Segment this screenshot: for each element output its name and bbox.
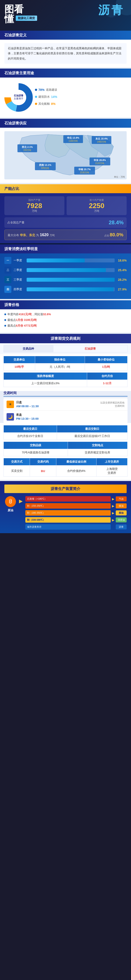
day-session-row: ☀ 日盘 AM 09:00－11:30 以及交易所规定的其他交易时间 <box>3 398 128 411</box>
price-item-2: 最低点1月份 3195元/吨 <box>5 318 127 322</box>
step-4-arrow: ▶ <box>112 518 114 522</box>
domestic-production-card: 国内产产量 7928 万吨 <box>5 196 65 215</box>
top10-label: 前十代产能量 <box>69 199 123 202</box>
night-session-row: 🌙 夜盘 PM 13:30－15:00 <box>3 411 128 423</box>
season-q2: 二 二季度 25.4% <box>5 267 127 274</box>
td-spot-val: 交易所规定交割仓库 <box>68 449 127 456</box>
th-code: 交易代码 <box>30 458 56 466</box>
top10-card: 前十代产能量 2250 万吨 <box>66 196 127 215</box>
usage-pie-chart: 石油沥青 主要用于 <box>5 83 33 112</box>
price-text-3: 最高点6月份 4772元/吨 <box>8 324 37 328</box>
legend-waterproof: 建筑防水 14% <box>35 95 127 99</box>
sun-icon: ☀ <box>6 401 14 408</box>
th-method: 交易方式 <box>4 458 30 466</box>
step-4-box: 割（330-580℃） <box>25 517 111 523</box>
svg-text:西北 2.1%: 西北 2.1% <box>22 146 33 148</box>
header-title-part1: 图看 <box>5 5 24 14</box>
road-label: 道路建设 <box>46 88 57 92</box>
product-type-label: 交易品种 <box>4 345 53 352</box>
region-info: 最大分布 华东、东北 为 1620 万吨 <box>8 232 55 237</box>
domestic-value: 7928 <box>8 202 62 209</box>
step-3-output: 柴油 <box>116 511 127 515</box>
step-1-box: 石蒸馏（>180℃） <box>25 496 111 502</box>
header-subtitle: 能源化工期货 <box>16 16 37 21</box>
td-grade-val: 70号A级道路石油沥青 <box>4 449 68 456</box>
svg-text:2120万吨: 2120万吨 <box>95 162 104 164</box>
th-grade: 交割品级 <box>4 442 68 449</box>
definition-title: 石油沥青定义 <box>0 31 131 40</box>
moon-icon: 🌙 <box>6 413 14 420</box>
price-text-1: 年度均价4161元/吨，同比涨32.6% <box>8 312 51 316</box>
grade-spot-section: 交割品级 交割地点 70号A级道路石油沥青 交易所规定交割仓库 <box>0 442 131 458</box>
production-flow: 🛢 原油 ▶ 石蒸馏（>180℃） ▶ 汽油 割（150-250℃） ▶ 煤油 … <box>5 496 127 530</box>
th-limit: 涨跌停板幅度 <box>4 372 87 380</box>
trading-table1: 交易单位 报价单位 最小变动价位 10吨/手 元（人民币）/吨 1元/吨 <box>0 356 131 372</box>
td-method-val: 买卖交割 <box>4 466 30 477</box>
capacity-content: 国内产产量 7928 万吨 前十代产能量 2250 万吨 占全国总产量 28.4… <box>0 193 131 243</box>
header-title-part2: 懂 <box>5 14 14 24</box>
step-1-arrow: ▶ <box>112 497 114 501</box>
china-map: 东北 18.4% 1460万吨 华北 13.9% 1160万吨 华东 28.8%… <box>5 131 127 180</box>
season-q3: 三 三季度 28.2% <box>5 276 127 283</box>
night-session-info: 夜盘 PM 13:30－15:00 <box>16 413 125 421</box>
th-exchange: 上市交易所 <box>96 458 128 466</box>
season-q1-label: 一季度 <box>14 258 24 262</box>
svg-text:主要用于: 主要用于 <box>14 97 24 100</box>
td-contract-month-val: 1-12月 <box>87 380 128 387</box>
step-4-output: 润滑油 <box>116 517 127 522</box>
season-q4-icon: 四 <box>5 286 11 293</box>
seasonal-title: 沥青消费淡旺季明显 <box>0 245 131 253</box>
th-spot: 交割地点 <box>68 442 127 449</box>
region-share-value: 占比 80.0% <box>104 232 123 238</box>
capacity-title: 产能占比 <box>0 184 131 193</box>
supply-title: 石油沥青供应 <box>0 119 131 128</box>
raw-material-col: 🛢 原油 <box>5 496 16 512</box>
th-margin: 最低保证金比例 <box>56 458 96 466</box>
seasonal-content: 一 一季度 18.6% 二 二季度 25.4% 三 三季度 28.2% <box>0 253 131 299</box>
svg-text:华北 13.9%: 华北 13.9% <box>67 137 79 139</box>
price-section: 年度均价4161元/吨，同比涨32.6% 最低点1月份 3195元/吨 最高点6… <box>0 309 131 332</box>
season-q1-icon: 一 <box>5 257 11 264</box>
production-title: 沥青生产装置简介 <box>5 485 127 493</box>
step-5: 城市沥青库存 ▶ 沥青 <box>25 524 127 530</box>
season-q2-bar <box>27 268 115 272</box>
step-3-box: 割（180-350℃） <box>25 510 111 515</box>
process-steps: 石蒸馏（>180℃） ▶ 汽油 割（150-250℃） ▶ 煤油 割（180-3… <box>25 496 127 530</box>
th-last-delivery: 最后交割日 <box>57 425 128 433</box>
season-q3-label: 三季度 <box>14 278 24 282</box>
region-share-row: 最大分布 华东、东北 为 1620 万吨 占比 80.0% <box>5 229 127 240</box>
step-4: 割（330-580℃） ▶ 润滑油 <box>25 517 127 523</box>
step-2-arrow: ▶ <box>112 504 114 508</box>
domestic-label: 国内产产量 <box>8 199 62 202</box>
season-q3-icon: 三 <box>5 276 11 283</box>
svg-text:1160万吨: 1160万吨 <box>69 140 78 142</box>
svg-text:1460万吨: 1460万吨 <box>97 141 106 143</box>
night-session-label: 夜盘 <box>16 413 125 417</box>
svg-text:华东 28.8%: 华东 28.8% <box>93 159 106 161</box>
usage-section: 石油沥青 主要用于 78% 道路建设 建筑防水 14% 其化船舶 8% <box>0 78 131 118</box>
top10-share-label: 占全国总产量 <box>8 221 24 224</box>
step-5-output: 沥青 <box>116 524 127 530</box>
td-code-val: BU <box>30 466 56 477</box>
top10-value: 2250 <box>69 202 123 209</box>
definition-section: 石油沥青是原油加工过程的一种产品，在常温下是黑色或黑褐色的粘稠的液体、半固体或固… <box>0 40 131 67</box>
trading-time-title: 交易时间 <box>3 391 128 396</box>
td-last-delivery-val: 最后交易日后连续3个工作日 <box>57 433 128 440</box>
top10-unit: 万吨 <box>69 209 123 213</box>
season-q4: 四 四季度 27.9% <box>5 286 127 293</box>
step-3-arrow: ▶ <box>112 511 114 515</box>
price-text-2: 最低点1月份 3195元/吨 <box>8 318 37 322</box>
season-q2-icon: 二 <box>5 267 11 274</box>
day-session-label: 日盘 <box>16 401 96 404</box>
th-last-trading: 最后交易日 <box>4 425 57 433</box>
season-q3-pct: 28.2% <box>117 278 127 282</box>
seasonal-section: 沥青消费淡旺季明显 一 一季度 18.6% 二 二季度 25.4% 三 三季度 <box>0 245 131 299</box>
raw-label: 原油 <box>8 508 13 512</box>
step-2-box: 割（150-250℃） <box>25 503 111 509</box>
step-5-box: 城市沥青库存 <box>25 524 111 530</box>
trading-time-content: ☀ 日盘 AM 09:00－11:30 以及交易所规定的其他交易时间 🌙 夜盘 … <box>3 398 128 423</box>
method-section: 交易方式 交易代码 最低保证金比例 上市交易所 买卖交割 BU 合约价值的4% … <box>0 458 131 480</box>
svg-text:155万吨: 155万吨 <box>24 149 32 151</box>
step-2-output: 煤油 <box>116 503 127 508</box>
product-type-row: 交易品种 石油沥青 <box>0 343 131 354</box>
